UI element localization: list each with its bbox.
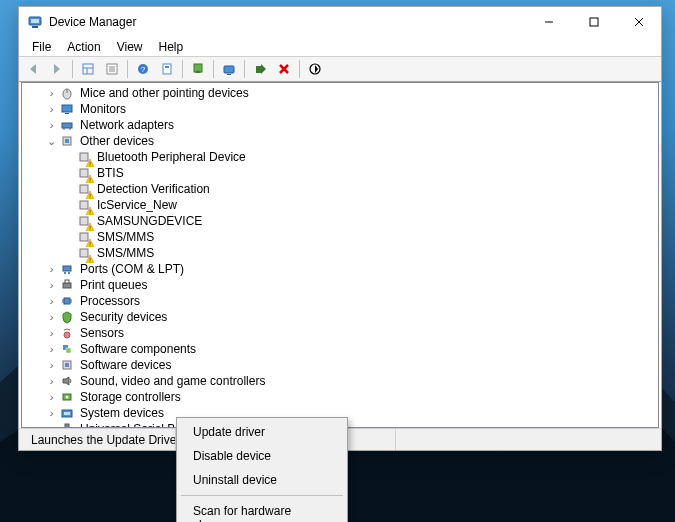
enable-device-button[interactable] — [249, 58, 271, 80]
svg-rect-20 — [163, 64, 171, 74]
tree-item-software-components[interactable]: › Software components — [22, 341, 658, 357]
tree-item-software-devices[interactable]: › Software devices — [22, 357, 658, 373]
tree-item-other-devices[interactable]: ⌄ Other devices — [22, 133, 658, 149]
svg-rect-74 — [66, 348, 71, 353]
statusbar-text: Launches the Update Driver Wizard for th… — [25, 429, 175, 450]
svg-point-64 — [68, 272, 70, 274]
tree-item-detection-verification[interactable]: ! Detection Verification — [22, 181, 658, 197]
tree-item-security-devices[interactable]: › Security devices — [22, 309, 658, 325]
svg-rect-36 — [62, 123, 72, 128]
context-scan-hardware[interactable]: Scan for hardware changes — [179, 499, 345, 522]
tree-item-smsmms-1[interactable]: ! SMS/MMS — [22, 229, 658, 245]
tree-item-icservice[interactable]: ! IcService_New — [22, 197, 658, 213]
expand-icon[interactable]: › — [44, 326, 59, 340]
context-update-driver[interactable]: Update driver — [179, 420, 345, 444]
expand-icon[interactable]: › — [44, 118, 59, 132]
tree-item-processors[interactable]: › Processors — [22, 293, 658, 309]
minimize-button[interactable] — [526, 8, 571, 37]
menu-help[interactable]: Help — [152, 39, 191, 55]
svg-text:?: ? — [141, 65, 146, 74]
svg-rect-65 — [63, 283, 71, 288]
svg-rect-34 — [62, 105, 72, 112]
menu-action[interactable]: Action — [60, 39, 107, 55]
tree-item-network-adapters[interactable]: › Network adapters — [22, 117, 658, 133]
collapse-icon[interactable]: ⌄ — [44, 422, 59, 427]
action-button[interactable] — [156, 58, 178, 80]
storage-icon — [59, 389, 75, 405]
svg-rect-25 — [227, 74, 231, 75]
svg-rect-35 — [65, 113, 69, 114]
help-button[interactable]: ? — [132, 58, 154, 80]
context-disable-device[interactable]: Disable device — [179, 444, 345, 468]
statusbar-panel — [395, 429, 655, 450]
tree-item-sensors[interactable]: › Sensors — [22, 325, 658, 341]
properties-button[interactable] — [101, 58, 123, 80]
device-manager-window: Device Manager File Action View Help ? › — [18, 6, 662, 451]
svg-rect-76 — [65, 363, 69, 367]
expand-icon[interactable]: › — [44, 406, 59, 420]
tree-item-bluetooth-peripheral[interactable]: ! Bluetooth Peripheral Device — [22, 149, 658, 165]
close-button[interactable] — [616, 8, 661, 37]
ports-icon — [59, 261, 75, 277]
maximize-button[interactable] — [571, 8, 616, 37]
unknown-device-icon: ! — [76, 197, 92, 213]
show-hide-tree-button[interactable] — [77, 58, 99, 80]
expand-icon[interactable]: › — [44, 262, 59, 276]
tree-item-monitors[interactable]: › Monitors — [22, 101, 658, 117]
update-driver-button[interactable] — [187, 58, 209, 80]
unknown-device-icon: ! — [76, 181, 92, 197]
disable-device-button[interactable] — [304, 58, 326, 80]
software-devices-icon — [59, 357, 75, 373]
mouse-icon — [59, 85, 75, 101]
tree-item-mice[interactable]: › Mice and other pointing devices — [22, 85, 658, 101]
expand-icon[interactable]: › — [44, 278, 59, 292]
expand-icon[interactable]: › — [44, 86, 59, 100]
tree-item-btis[interactable]: ! BTIS — [22, 165, 658, 181]
svg-rect-4 — [31, 19, 39, 23]
toolbar: ? — [19, 56, 661, 82]
expand-icon[interactable]: › — [44, 102, 59, 116]
svg-point-72 — [64, 332, 70, 338]
expand-icon[interactable]: › — [44, 390, 59, 404]
tree-item-sound[interactable]: › Sound, video and game controllers — [22, 373, 658, 389]
expand-icon[interactable]: › — [44, 374, 59, 388]
expand-icon[interactable]: › — [44, 310, 59, 324]
unknown-device-icon: ! — [76, 245, 92, 261]
tree-item-storage-controllers[interactable]: › Storage controllers — [22, 389, 658, 405]
software-components-icon — [59, 341, 75, 357]
tree-item-ports[interactable]: › Ports (COM & LPT) — [22, 261, 658, 277]
svg-rect-3 — [32, 26, 38, 28]
forward-button[interactable] — [46, 58, 68, 80]
unknown-device-icon: ! — [76, 149, 92, 165]
back-button[interactable] — [22, 58, 44, 80]
monitor-icon — [59, 101, 75, 117]
svg-rect-21 — [165, 66, 169, 68]
svg-rect-40 — [65, 139, 69, 143]
svg-point-63 — [64, 272, 66, 274]
svg-marker-10 — [54, 64, 60, 74]
scan-hardware-button[interactable] — [218, 58, 240, 80]
unknown-device-icon: ! — [76, 213, 92, 229]
context-uninstall-device[interactable]: Uninstall device — [179, 468, 345, 492]
tree-item-samsungdevice[interactable]: ! SAMSUNGDEVICE — [22, 213, 658, 229]
tree-item-smsmms-2[interactable]: ! SMS/MMS — [22, 245, 658, 261]
expand-icon[interactable]: › — [44, 358, 59, 372]
svg-marker-9 — [30, 64, 36, 74]
svg-rect-6 — [590, 18, 598, 26]
svg-rect-82 — [65, 424, 69, 427]
network-icon — [59, 117, 75, 133]
svg-rect-81 — [64, 412, 70, 415]
uninstall-device-button[interactable] — [273, 58, 295, 80]
expand-icon[interactable]: › — [44, 294, 59, 308]
svg-marker-31 — [315, 65, 318, 73]
menubar: File Action View Help — [19, 37, 661, 56]
sensors-icon — [59, 325, 75, 341]
expand-icon[interactable]: › — [44, 342, 59, 356]
device-tree[interactable]: › Mice and other pointing devices › Moni… — [22, 83, 658, 427]
collapse-icon[interactable]: ⌄ — [44, 134, 59, 148]
titlebar[interactable]: Device Manager — [19, 7, 661, 37]
tree-item-print-queues[interactable]: › Print queues — [22, 277, 658, 293]
menu-view[interactable]: View — [110, 39, 150, 55]
svg-rect-62 — [63, 266, 71, 271]
menu-file[interactable]: File — [25, 39, 58, 55]
